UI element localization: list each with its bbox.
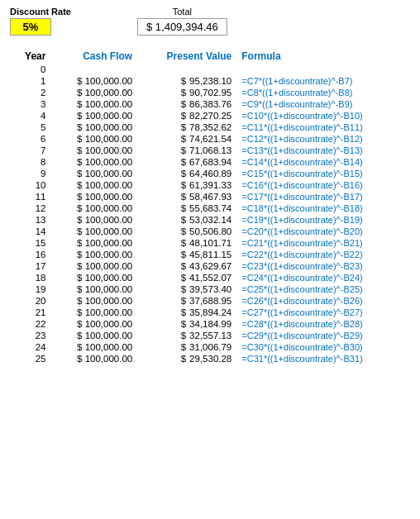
cell-formula: =C10*((1+discountrate)^-B10): [236, 110, 410, 121]
cell-year: 3: [10, 98, 50, 110]
cell-pv: $67,683.94: [137, 156, 236, 168]
cell-year: 14: [10, 226, 50, 237]
cell-pv: $90,702.95: [137, 87, 236, 98]
cell-cashflow: $ 100,000.00: [50, 87, 137, 98]
cell-cashflow: $ 100,000.00: [50, 156, 137, 168]
cell-cashflow: $ 100,000.00: [50, 145, 137, 156]
cell-formula: =C15*((1+discountrate)^-B15): [236, 168, 410, 179]
cell-cashflow: $ 100,000.00: [50, 249, 137, 260]
cell-pv: $34,184.99: [137, 318, 236, 330]
table-header-row: Year Cash Flow Present Value Formula: [10, 49, 410, 64]
cell-formula: =C21*((1+discountrate)^-B21): [236, 237, 410, 249]
cell-pv: $31,006.79: [137, 341, 236, 353]
cell-pv: $45,811.15: [137, 249, 236, 260]
table-row: 11$ 100,000.00$58,467.93=C17*((1+discoun…: [10, 191, 410, 202]
cell-year: 18: [10, 272, 50, 283]
cell-formula: =C20*((1+discountrate)^-B20): [236, 226, 410, 237]
cell-cashflow: $ 100,000.00: [50, 307, 137, 318]
cell-year: 25: [10, 353, 50, 364]
table-row: 17$ 100,000.00$43,629.67=C23*((1+discoun…: [10, 260, 410, 272]
table-row: 9$ 100,000.00$64,460.89=C15*((1+discount…: [10, 168, 410, 179]
cell-pv: $74,621.54: [137, 133, 236, 145]
table-row: 18$ 100,000.00$41,552.07=C24*((1+discoun…: [10, 272, 410, 283]
cell-cashflow: $ 100,000.00: [50, 283, 137, 295]
cell-pv: $82,270.25: [137, 110, 236, 121]
cell-cashflow: $ 100,000.00: [50, 353, 137, 364]
cell-year: 0: [10, 64, 50, 75]
cell-pv: [137, 64, 236, 75]
cell-cashflow: $ 100,000.00: [50, 272, 137, 283]
cell-year: 21: [10, 307, 50, 318]
table-row: 13$ 100,000.00$53,032.14=C19*((1+discoun…: [10, 214, 410, 226]
cell-year: 20: [10, 295, 50, 307]
cell-pv: $58,467.93: [137, 191, 236, 202]
total-value: $ 1,409,394.46: [137, 18, 227, 36]
cell-year: 17: [10, 260, 50, 272]
cashflow-table: Year Cash Flow Present Value Formula 01$…: [10, 49, 410, 364]
table-row: 22$ 100,000.00$34,184.99=C28*((1+discoun…: [10, 318, 410, 330]
cell-formula: =C9*((1+discountrate)^-B9): [236, 98, 410, 110]
cell-year: 9: [10, 168, 50, 179]
cell-formula: =C24*((1+discountrate)^-B24): [236, 272, 410, 283]
cell-formula: =C8*((1+discountrate)^-B8): [236, 87, 410, 98]
table-row: 15$ 100,000.00$48,101.71=C21*((1+discoun…: [10, 237, 410, 249]
col-year: Year: [10, 49, 50, 64]
table-row: 4$ 100,000.00$82,270.25=C10*((1+discount…: [10, 110, 410, 121]
cell-cashflow: $ 100,000.00: [50, 318, 137, 330]
cell-pv: $37,688.95: [137, 295, 236, 307]
cell-year: 24: [10, 341, 50, 353]
cell-cashflow: $ 100,000.00: [50, 179, 137, 191]
cell-pv: $53,032.14: [137, 214, 236, 226]
table-row: 7$ 100,000.00$71,068.13=C13*((1+discount…: [10, 145, 410, 156]
cell-cashflow: $ 100,000.00: [50, 121, 137, 133]
cell-year: 16: [10, 249, 50, 260]
cell-formula: =C28*((1+discountrate)^-B28): [236, 318, 410, 330]
cell-pv: $50,506.80: [137, 226, 236, 237]
cell-cashflow: $ 100,000.00: [50, 168, 137, 179]
table-row: 3$ 100,000.00$86,383.76=C9*((1+discountr…: [10, 98, 410, 110]
cell-pv: $29,530.28: [137, 353, 236, 364]
table-row: 8$ 100,000.00$67,683.94=C14*((1+discount…: [10, 156, 410, 168]
cell-formula: =C16*((1+discountrate)^-B16): [236, 179, 410, 191]
cell-formula: =C17*((1+discountrate)^-B17): [236, 191, 410, 202]
cell-pv: $39,573.40: [137, 283, 236, 295]
table-row: 5$ 100,000.00$78,352.62=C11*((1+discount…: [10, 121, 410, 133]
cell-pv: $86,383.76: [137, 98, 236, 110]
cell-formula: =C27*((1+discountrate)^-B27): [236, 307, 410, 318]
table-row: 19$ 100,000.00$39,573.40=C25*((1+discoun…: [10, 283, 410, 295]
cell-formula: =C29*((1+discountrate)^-B29): [236, 330, 410, 341]
discount-section: Discount Rate 5%: [10, 7, 71, 36]
col-formula: Formula: [236, 49, 410, 64]
cell-cashflow: $ 100,000.00: [50, 110, 137, 121]
discount-value[interactable]: 5%: [10, 18, 51, 36]
table-row: 21$ 100,000.00$35,894.24=C27*((1+discoun…: [10, 307, 410, 318]
table-row: 0: [10, 64, 410, 75]
table-row: 2$ 100,000.00$90,702.95=C8*((1+discountr…: [10, 87, 410, 98]
cell-pv: $48,101.71: [137, 237, 236, 249]
col-cashflow: Cash Flow: [50, 49, 137, 64]
cell-pv: $61,391.33: [137, 179, 236, 191]
cell-cashflow: $ 100,000.00: [50, 226, 137, 237]
cell-year: 19: [10, 283, 50, 295]
cell-formula: =C19*((1+discountrate)^-B19): [236, 214, 410, 226]
cell-formula: [236, 64, 410, 75]
total-label: Total: [173, 7, 192, 17]
table-row: 6$ 100,000.00$74,621.54=C12*((1+discount…: [10, 133, 410, 145]
cell-formula: =C26*((1+discountrate)^-B26): [236, 295, 410, 307]
cell-year: 22: [10, 318, 50, 330]
cell-cashflow: $ 100,000.00: [50, 202, 137, 214]
cell-cashflow: $ 100,000.00: [50, 260, 137, 272]
cell-pv: $95,238.10: [137, 75, 236, 87]
cell-pv: $55,683.74: [137, 202, 236, 214]
cell-cashflow: $ 100,000.00: [50, 191, 137, 202]
table-row: 25$ 100,000.00$29,530.28=C31*((1+discoun…: [10, 353, 410, 364]
table-row: 23$ 100,000.00$32,557.13=C29*((1+discoun…: [10, 330, 410, 341]
table-row: 16$ 100,000.00$45,811.15=C22*((1+discoun…: [10, 249, 410, 260]
cell-year: 10: [10, 179, 50, 191]
cell-cashflow: $ 100,000.00: [50, 133, 137, 145]
cell-year: 8: [10, 156, 50, 168]
table-row: 1$ 100,000.00$95,238.10=C7*((1+discountr…: [10, 75, 410, 87]
cell-cashflow: $ 100,000.00: [50, 237, 137, 249]
cell-cashflow: $ 100,000.00: [50, 341, 137, 353]
cell-cashflow: [50, 64, 137, 75]
